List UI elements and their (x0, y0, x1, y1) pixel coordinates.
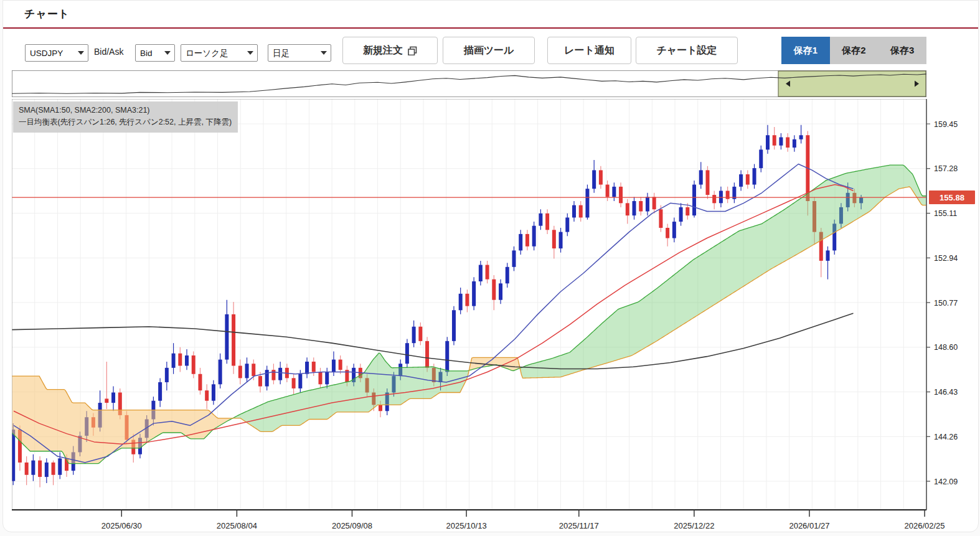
candle-body (472, 281, 476, 306)
candle-body (712, 195, 716, 203)
new-order-button[interactable]: 新規注文 (342, 37, 438, 64)
y-axis-label: 155.11 (934, 209, 957, 218)
candle-body (672, 222, 676, 238)
candle-body (539, 214, 542, 226)
candle-body (459, 294, 463, 310)
x-axis-label: 2025/12/22 (674, 521, 714, 530)
candle-body (245, 364, 249, 378)
save-slot-1-button[interactable]: 保存1 (781, 37, 830, 64)
candle-body (606, 185, 610, 197)
candle-body (292, 378, 296, 388)
candle-body (519, 234, 522, 250)
candle-body (58, 458, 62, 474)
drawing-tools-label: 描画ツール (464, 44, 514, 57)
candle-body (746, 174, 750, 185)
open-window-icon (408, 46, 417, 55)
main-chart[interactable]: 159.45157.28155.11152.94150.77148.60146.… (12, 99, 977, 532)
candle-body (111, 393, 115, 403)
navigator[interactable] (12, 70, 926, 97)
candle-body (512, 250, 516, 266)
page-title: チャート (24, 7, 70, 21)
timeframe-select[interactable]: 日足 (268, 45, 331, 61)
candle-body (225, 314, 229, 360)
candle-body (599, 170, 603, 184)
drawing-tools-button[interactable]: 描画ツール (443, 37, 535, 64)
candle-body (192, 355, 196, 374)
chart-type-select[interactable]: ローソク足 (181, 45, 257, 61)
candle-body (271, 370, 275, 380)
candle-body (38, 461, 42, 477)
candle-body (659, 209, 662, 228)
candle-body (492, 280, 496, 300)
candle-body (653, 197, 656, 209)
candle-body (325, 372, 329, 384)
candle-body (252, 364, 255, 376)
save-slot-2-button[interactable]: 保存2 (830, 37, 879, 64)
new-order-label: 新規注文 (363, 44, 403, 57)
x-axis-label: 2025/06/30 (101, 521, 142, 530)
chart-type-select-wrap: ローソク足 (181, 44, 258, 62)
candle-body (826, 250, 829, 261)
candle-body (552, 230, 556, 248)
y-axis-label: 142.09 (934, 477, 958, 486)
candle-body (258, 376, 262, 387)
candle-body (405, 343, 409, 364)
candle-body (499, 283, 502, 299)
candle-body (52, 463, 55, 475)
indicator-legend-sma: SMA(SMA1:50, SMA2:200, SMA3:21) (19, 105, 232, 116)
candle-body (753, 168, 756, 184)
symbol-select[interactable]: USDJPY (26, 45, 88, 61)
x-axis-label: 2025/10/13 (446, 521, 487, 530)
candle-body (719, 190, 723, 203)
candle-body (759, 149, 763, 168)
candle-body (559, 232, 563, 248)
sma-line-sma150 (14, 185, 854, 444)
candle-body (412, 327, 416, 343)
candle-body (766, 135, 770, 149)
candle-body (686, 207, 689, 215)
axes-layer: 159.45157.28155.11152.94150.77148.60146.… (12, 99, 958, 530)
navigator-selection[interactable] (778, 71, 926, 96)
candle-body (666, 228, 669, 238)
rate-alert-button[interactable]: レート通知 (547, 37, 631, 64)
candle-body (178, 354, 182, 366)
candle-body (619, 187, 623, 203)
timeframe-select-wrap: 日足 (268, 44, 331, 62)
candle-body (212, 384, 215, 400)
candle-body (486, 265, 489, 280)
y-axis-label: 150.77 (934, 299, 958, 308)
candle-body (318, 372, 322, 384)
candle-body (786, 138, 789, 148)
candle-body (339, 360, 342, 370)
candle-body (312, 362, 316, 372)
candle-body (633, 201, 636, 215)
bidask-select-wrap: Bid (135, 44, 175, 62)
candle-body (699, 170, 703, 184)
candle-body (379, 405, 382, 411)
title-accent-rule (3, 27, 978, 29)
candle-body (31, 461, 35, 475)
candle-body (572, 205, 576, 218)
current-price-badge: 155.88 (929, 190, 975, 204)
candle-body (612, 187, 616, 197)
candle-body (626, 203, 629, 215)
candle-body (12, 430, 15, 481)
x-axis-label: 2026/02/25 (905, 521, 945, 530)
rate-alert-label: レート通知 (564, 44, 615, 57)
candle-body (198, 374, 202, 390)
candle-body (45, 463, 49, 477)
candle-body (172, 354, 176, 368)
x-axis-label: 2025/11/17 (559, 521, 599, 530)
y-axis-label: 157.28 (934, 164, 958, 173)
symbol-select-wrap: USDJPY (25, 44, 88, 62)
bidask-select[interactable]: Bid (136, 45, 174, 61)
candle-body (479, 265, 483, 281)
x-axis-label: 2025/08/04 (217, 521, 257, 530)
save-slot-3-button[interactable]: 保存3 (878, 37, 926, 64)
candle-body (726, 190, 730, 199)
chart-settings-button[interactable]: チャート設定 (636, 37, 738, 64)
candle-body (679, 207, 683, 222)
candle-body (332, 360, 336, 372)
grid-layer (12, 99, 926, 510)
candle-body (219, 360, 222, 385)
